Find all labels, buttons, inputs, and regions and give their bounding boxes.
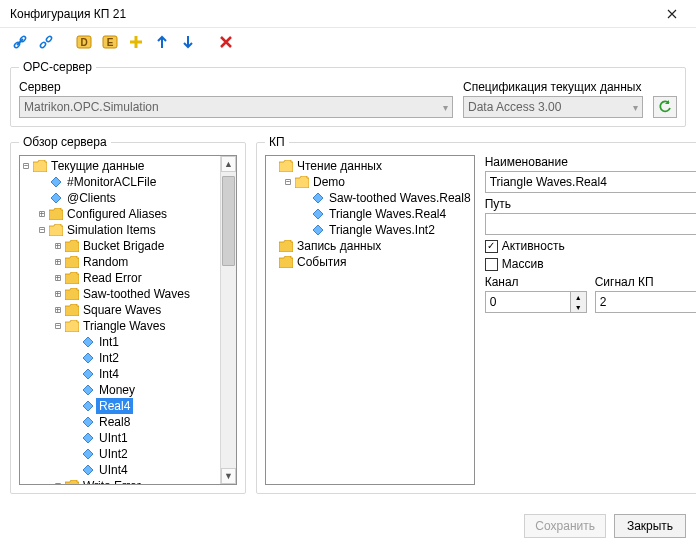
signal-input[interactable] [595, 291, 696, 313]
link-icon[interactable] [10, 32, 30, 52]
diamond-icon [310, 191, 326, 205]
svg-marker-13 [83, 385, 93, 395]
folder-icon [48, 223, 64, 237]
tree-toggle-icon[interactable]: ⊞ [52, 254, 64, 270]
chevron-down-icon: ▾ [633, 102, 638, 113]
delete-button[interactable] [216, 32, 236, 52]
move-up-button[interactable] [152, 32, 172, 52]
tree-folder[interactable]: Triangle Waves [80, 318, 168, 334]
tree-node[interactable]: Текущие данные [48, 158, 148, 174]
tree-toggle-icon[interactable]: ⊞ [36, 206, 48, 222]
tree-toggle-icon[interactable]: ⊞ [52, 478, 64, 484]
tree-toggle-icon[interactable]: ⊟ [52, 318, 64, 334]
diamond-icon [80, 351, 96, 365]
tree-leaf[interactable]: Int1 [96, 334, 122, 350]
dialog-buttons: Сохранить Закрыть [0, 510, 696, 548]
tree-toggle-icon[interactable]: ⊟ [20, 158, 32, 174]
tree-toggle-icon[interactable]: ⊞ [52, 238, 64, 254]
save-button[interactable]: Сохранить [524, 514, 606, 538]
add-button[interactable] [126, 32, 146, 52]
path-label: Путь [485, 197, 696, 211]
scroll-up-icon[interactable]: ▲ [221, 156, 236, 172]
tree-leaf[interactable]: Triangle Waves.Int2 [326, 222, 438, 238]
svg-marker-10 [83, 337, 93, 347]
tree-leaf[interactable]: UInt4 [96, 462, 131, 478]
server-tree[interactable]: ⊟Текущие данные#MonitorACLFile@Clients⊞C… [19, 155, 237, 485]
server-combo-value: Matrikon.OPC.Simulation [24, 100, 159, 114]
folder-icon [64, 239, 80, 253]
tree-folder[interactable]: Bucket Brigade [80, 238, 167, 254]
tree-toggle-icon[interactable]: ⊟ [36, 222, 48, 238]
tree-leaf[interactable]: Int4 [96, 366, 122, 382]
scrollbar[interactable]: ▲ ▼ [220, 156, 236, 484]
tree-folder[interactable]: Configured Aliases [64, 206, 170, 222]
name-input[interactable] [485, 171, 696, 193]
window-close-button[interactable] [654, 3, 690, 25]
array-checkbox[interactable]: Массив [485, 257, 696, 271]
folder-icon [278, 239, 294, 253]
kp-tree[interactable]: Чтение данных⊟DemoSaw-toothed Waves.Real… [265, 155, 475, 485]
tree-toggle-icon[interactable]: ⊟ [282, 174, 294, 190]
tree-leaf[interactable]: Real4 [96, 398, 133, 414]
move-down-button[interactable] [178, 32, 198, 52]
tree-leaf[interactable]: Real8 [96, 414, 133, 430]
tree-leaf[interactable]: #MonitorACLFile [64, 174, 159, 190]
tree-leaf[interactable]: Saw-toothed Waves.Real8 [326, 190, 474, 206]
svg-marker-15 [83, 417, 93, 427]
d-button[interactable]: D [74, 32, 94, 52]
tree-folder[interactable]: Чтение данных [294, 158, 385, 174]
tree-leaf[interactable]: @Clients [64, 190, 119, 206]
tree-folder[interactable]: Write Error [80, 478, 144, 484]
kp-group: КП Чтение данных⊟DemoSaw-toothed Waves.R… [256, 135, 696, 494]
svg-marker-20 [313, 209, 323, 219]
checkbox-icon: ✓ [485, 240, 498, 253]
tree-folder[interactable]: Square Waves [80, 302, 164, 318]
svg-marker-17 [83, 449, 93, 459]
spinner[interactable]: ▲▼ [570, 292, 586, 312]
tree-toggle-icon[interactable]: ⊞ [52, 286, 64, 302]
activity-checkbox[interactable]: ✓ Активность [485, 239, 696, 253]
tree-folder[interactable]: Simulation Items [64, 222, 159, 238]
svg-marker-12 [83, 369, 93, 379]
diamond-icon [80, 431, 96, 445]
unlink-icon[interactable] [36, 32, 56, 52]
diamond-icon [48, 191, 64, 205]
path-input[interactable] [485, 213, 696, 235]
tree-toggle-icon[interactable]: ⊞ [52, 302, 64, 318]
tree-leaf[interactable]: Triangle Waves.Real4 [326, 206, 449, 222]
diamond-icon [80, 463, 96, 477]
tree-folder[interactable]: Random [80, 254, 131, 270]
e-button[interactable]: E [100, 32, 120, 52]
tree-leaf[interactable]: Int2 [96, 350, 122, 366]
tree-folder[interactable]: Запись данных [294, 238, 384, 254]
svg-marker-14 [83, 401, 93, 411]
svg-marker-19 [313, 193, 323, 203]
svg-marker-21 [313, 225, 323, 235]
tree-leaf[interactable]: UInt1 [96, 430, 131, 446]
tree-leaf[interactable]: Money [96, 382, 138, 398]
chevron-down-icon: ▾ [443, 102, 448, 113]
refresh-button[interactable] [653, 96, 677, 118]
spec-combo[interactable]: Data Access 3.00 ▾ [463, 96, 643, 118]
spec-label: Спецификация текущих данных [463, 80, 643, 94]
tree-folder[interactable]: Demo [310, 174, 348, 190]
svg-text:D: D [80, 37, 87, 48]
opc-server-group: OPC-сервер Сервер Matrikon.OPC.Simulatio… [10, 60, 686, 127]
diamond-icon [80, 399, 96, 413]
scroll-down-icon[interactable]: ▼ [221, 468, 236, 484]
channel-label: Канал [485, 275, 587, 289]
tree-toggle-icon[interactable]: ⊞ [52, 270, 64, 286]
svg-text:E: E [107, 37, 114, 48]
scroll-thumb[interactable] [222, 176, 235, 266]
close-button[interactable]: Закрыть [614, 514, 686, 538]
folder-icon [64, 255, 80, 269]
folder-icon [294, 175, 310, 189]
tree-folder[interactable]: Read Error [80, 270, 145, 286]
array-label: Массив [502, 257, 544, 271]
server-combo[interactable]: Matrikon.OPC.Simulation ▾ [19, 96, 453, 118]
tree-folder[interactable]: Saw-toothed Waves [80, 286, 193, 302]
tree-folder[interactable]: События [294, 254, 350, 270]
tree-leaf[interactable]: UInt2 [96, 446, 131, 462]
spec-combo-value: Data Access 3.00 [468, 100, 561, 114]
folder-icon [32, 159, 48, 173]
